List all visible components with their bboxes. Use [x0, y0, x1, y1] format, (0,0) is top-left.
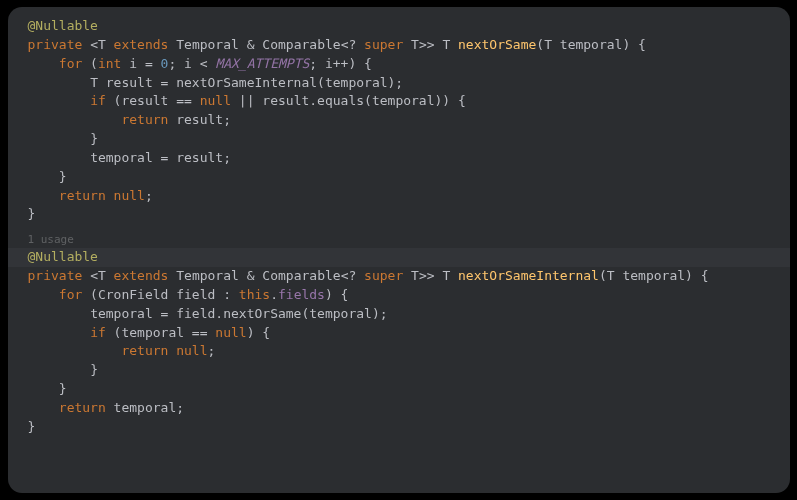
- for-line: for (CronField field : this.fields) {: [28, 286, 790, 305]
- if-line: if (result == null || result.equals(temp…: [28, 92, 790, 111]
- code-editor[interactable]: @Nullable private <T extends Temporal & …: [8, 7, 790, 493]
- brace-line: }: [28, 380, 790, 399]
- if-line: if (temporal == null) {: [28, 324, 790, 343]
- annotation-line: @Nullable: [28, 17, 790, 36]
- brace-line: }: [28, 418, 790, 437]
- method-signature: private <T extends Temporal & Comparable…: [28, 36, 790, 55]
- brace-line: }: [28, 130, 790, 149]
- return-null-line: return null;: [28, 342, 790, 361]
- return-result-line: return result;: [28, 111, 790, 130]
- field-ref: fields: [278, 287, 325, 302]
- for-line: for (int i = 0; i < MAX_ATTEMPTS; i++) {: [28, 55, 790, 74]
- assign-line: temporal = field.nextOrSame(temporal);: [28, 305, 790, 324]
- method-signature: private <T extends Temporal & Comparable…: [28, 267, 790, 286]
- brace-line: }: [28, 361, 790, 380]
- constant-max-attempts: MAX_ATTEMPTS: [215, 56, 309, 71]
- return-null-line: return null;: [28, 187, 790, 206]
- method-name: nextOrSameInternal: [458, 268, 599, 283]
- brace-line: }: [28, 205, 790, 224]
- assign-line: temporal = result;: [28, 149, 790, 168]
- method-name: nextOrSame: [458, 37, 536, 52]
- brace-line: }: [28, 168, 790, 187]
- annotation: @Nullable: [28, 249, 98, 264]
- result-decl-line: T result = nextOrSameInternal(temporal);: [28, 74, 790, 93]
- annotation-line-highlighted: @Nullable: [8, 248, 790, 267]
- annotation: @Nullable: [28, 18, 98, 33]
- return-temporal-line: return temporal;: [28, 399, 790, 418]
- usages-inlay[interactable]: 1 usage: [28, 232, 790, 248]
